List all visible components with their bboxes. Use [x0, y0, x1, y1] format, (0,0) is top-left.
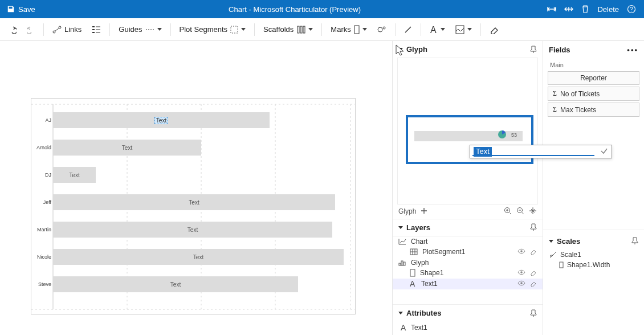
layer-plotsegment1[interactable]: PlotSegment1	[393, 247, 543, 258]
bar[interactable]: Text	[53, 276, 298, 292]
width-expand-icon[interactable]	[564, 5, 573, 13]
erase-layer-icon[interactable]	[530, 248, 537, 256]
text-icon: A	[410, 280, 417, 288]
chevron-down-icon[interactable]	[398, 312, 403, 314]
svg-rect-36	[560, 262, 563, 268]
links-button[interactable]: Links	[48, 23, 85, 36]
chevron-down-icon[interactable]	[549, 240, 553, 243]
svg-rect-9	[300, 26, 302, 33]
attributes-title: Attributes	[406, 309, 441, 317]
attribute-text1[interactable]: A Text1	[393, 322, 543, 335]
fields-panel-header: Fields •••	[543, 41, 644, 58]
grid-icon	[410, 248, 418, 255]
bar-row[interactable]: AJText	[53, 112, 270, 128]
layer-shape1[interactable]: Shape1	[393, 268, 543, 279]
visibility-toggle-icon[interactable]	[517, 248, 525, 256]
bar-text-label[interactable]: Text	[188, 227, 198, 233]
visibility-toggle-icon[interactable]	[517, 269, 525, 277]
layers-panel-header: Layers	[393, 219, 543, 236]
visibility-toggle-icon[interactable]	[517, 280, 525, 288]
pin-icon[interactable]	[530, 309, 537, 317]
glyph-canvas[interactable]: 53 Text	[397, 58, 538, 204]
bar[interactable]: Text	[53, 249, 344, 265]
chevron-down-icon[interactable]	[398, 226, 403, 229]
canvas-area[interactable]: AJTextArnoldTextDJTextJeffTextMartinText…	[0, 41, 392, 335]
line-icon	[404, 26, 412, 34]
text-mark-button[interactable]: A	[426, 23, 449, 36]
bar[interactable]: Text	[53, 140, 201, 156]
y-axis-label: Steve	[33, 281, 51, 287]
trash-icon[interactable]	[581, 5, 589, 14]
app-title: Chart - Microsoft Charticulator (Preview…	[42, 5, 548, 14]
chart-preview[interactable]: AJTextArnoldTextDJTextJeffTextMartinText…	[31, 98, 356, 314]
marks-button[interactable]: Marks	[327, 23, 370, 36]
chevron-down-icon[interactable]	[398, 48, 403, 51]
bar-text-label[interactable]: Text	[170, 281, 181, 288]
fields-main-label: Main	[548, 60, 639, 70]
plot-segments-button[interactable]: Plot Segments	[176, 23, 250, 36]
field-reporter[interactable]: Reporter	[548, 71, 639, 85]
width-fit-icon[interactable]	[547, 5, 556, 13]
image-icon	[455, 25, 464, 34]
chevron-down-icon	[362, 28, 367, 31]
bar-text-label[interactable]: Text	[69, 172, 79, 178]
pin-icon[interactable]	[631, 237, 638, 245]
zoom-out-icon[interactable]	[516, 207, 524, 216]
field-no-of-tickets[interactable]: Σ No of Tickets	[548, 87, 639, 101]
erase-layer-icon[interactable]	[530, 269, 537, 277]
bar-row[interactable]: NicoleText	[53, 249, 344, 265]
symbol-mark-button[interactable]	[373, 23, 390, 36]
bar-row[interactable]: DJText	[53, 167, 96, 183]
marks-label: Marks	[331, 25, 350, 34]
bar[interactable]: Text	[53, 194, 335, 210]
delete-label[interactable]: Delete	[597, 5, 619, 14]
bar-text-label[interactable]: Text	[193, 254, 203, 260]
sigma-icon: Σ	[553, 105, 557, 114]
bar[interactable]: Text	[53, 222, 332, 238]
add-glyph-button[interactable]	[421, 207, 427, 216]
help-icon[interactable]: ?	[627, 5, 636, 14]
more-icon[interactable]: •••	[627, 46, 638, 54]
scale-scale1[interactable]: Scale1	[548, 250, 639, 260]
bar-row[interactable]: JeffText	[53, 194, 335, 210]
bar[interactable]: Text	[53, 112, 270, 128]
layer-glyph[interactable]: Glyph	[393, 258, 543, 268]
guides-button[interactable]: Guides	[115, 23, 165, 36]
bar-text-label[interactable]: Text	[154, 117, 168, 124]
erase-button[interactable]	[486, 23, 503, 36]
undo-button[interactable]	[5, 23, 21, 36]
scale-shape1-width[interactable]: Shape1.Width	[548, 260, 639, 270]
redo-button[interactable]	[23, 23, 39, 36]
save-button[interactable]: Save	[0, 5, 42, 14]
svg-point-3	[59, 26, 61, 28]
zoom-fit-icon[interactable]	[529, 207, 537, 216]
confirm-check-icon[interactable]	[600, 147, 608, 157]
erase-layer-icon[interactable]	[530, 280, 537, 288]
bar-row[interactable]: SteveText	[53, 276, 298, 292]
bar-row[interactable]: MartinText	[53, 222, 332, 238]
bar[interactable]: Text	[53, 167, 96, 183]
sigma-icon: Σ	[553, 89, 557, 98]
chevron-down-icon	[241, 28, 246, 31]
legend-button[interactable]	[88, 23, 105, 36]
pin-icon[interactable]	[530, 223, 537, 231]
layer-text1[interactable]: A Text1	[393, 279, 543, 289]
zoom-in-icon[interactable]	[504, 207, 512, 216]
text-icon: A	[401, 324, 407, 332]
layer-chart[interactable]: Chart	[393, 236, 543, 247]
bar-text-label[interactable]: Text	[122, 145, 132, 151]
pin-icon[interactable]	[530, 46, 537, 54]
icon-mark-button[interactable]	[451, 23, 476, 36]
y-axis-label: Arnold	[33, 145, 51, 150]
bar-row[interactable]: ArnoldText	[53, 140, 201, 156]
scaffolds-button[interactable]: Scaffolds	[259, 23, 317, 36]
glyph-text-edit-input[interactable]: Text	[470, 145, 612, 158]
guides-label: Guides	[119, 25, 142, 34]
line-mark-button[interactable]	[400, 23, 416, 36]
field-max-tickets[interactable]: Σ Max Tickets	[548, 103, 639, 117]
svg-rect-6	[92, 32, 95, 33]
bar-text-label[interactable]: Text	[189, 199, 199, 206]
fields-title: Fields	[549, 46, 570, 54]
svg-point-27	[520, 251, 523, 253]
scaffolds-icon	[296, 25, 305, 34]
